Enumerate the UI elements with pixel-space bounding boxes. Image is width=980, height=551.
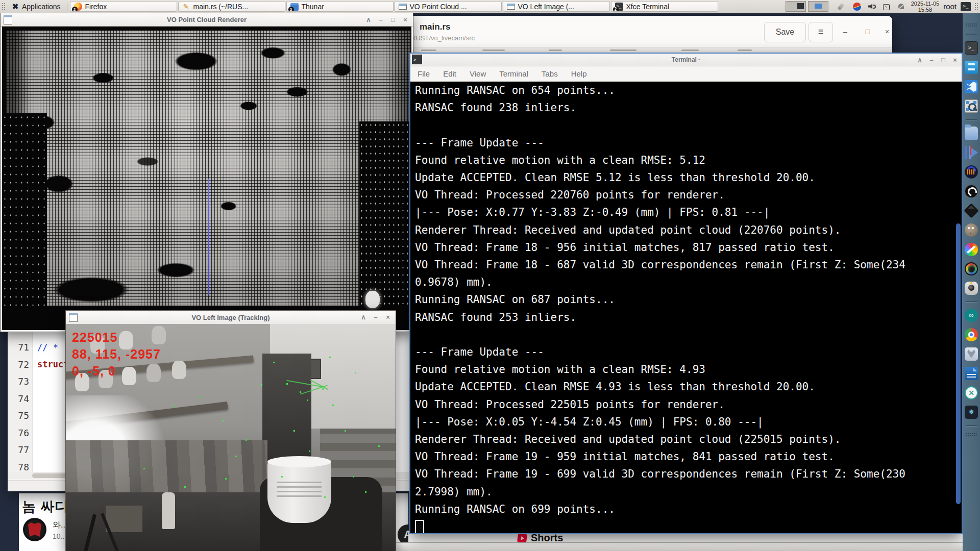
panel-grip[interactable] — [974, 3, 978, 11]
volume-tray-icon[interactable] — [867, 2, 876, 11]
terminal-line: 2.7998) mm). — [410, 483, 962, 500]
webcam-dock-icon[interactable] — [965, 282, 978, 295]
line-number: 77 — [8, 444, 33, 455]
line-number: 75 — [8, 410, 33, 421]
vscode-dock-icon[interactable] — [965, 80, 978, 93]
chrome-dock-icon[interactable] — [965, 328, 978, 341]
terminal-window: >_ Terminal - ∧ – □ × File Edit Vie — [409, 53, 963, 534]
taskbar-button-thunar[interactable]: 2 Thunar — [286, 1, 394, 12]
taskbar-button-mainrs[interactable]: ✎ main.rs (~/RUS... — [178, 1, 285, 12]
menu-button[interactable]: ≡ — [808, 22, 833, 42]
dock-separator[interactable] — [966, 119, 977, 120]
terminal-line: VO Thread: Frame 18 - 956 initial matche… — [410, 239, 962, 256]
korean-ime-tray-icon[interactable] — [852, 2, 862, 11]
minimize-button[interactable]: – — [839, 26, 852, 37]
browser-bottom-strip — [395, 542, 980, 551]
dock-separator[interactable] — [966, 301, 977, 303]
obs-dock-icon[interactable] — [965, 185, 978, 198]
terminal-line: Running RANSAC on 654 points... — [410, 82, 962, 99]
task-icon: 2 — [74, 3, 82, 11]
overlay-line: 225015 — [72, 329, 161, 346]
file-manager-dock-icon[interactable] — [965, 61, 978, 74]
editor-title: main.rs — [420, 22, 450, 32]
snowflake-app-dock-icon[interactable]: ❄ — [965, 406, 978, 419]
libreoffice-writer-dock-icon[interactable] — [965, 367, 978, 380]
pointcloud-viewport[interactable] — [2, 27, 411, 330]
taskbar-button-leftimage[interactable]: VO Left Image (... — [503, 1, 610, 12]
clock[interactable]: 2025-11-05 15:58 — [911, 1, 939, 13]
terminal-titlebar[interactable]: >_ Terminal - ∧ – □ × — [410, 54, 962, 66]
taskbar-button-firefox[interactable]: 2 Firefox — [70, 1, 177, 12]
arduino-dock-icon[interactable]: ∞ — [965, 309, 978, 322]
screenshot-tool-dock-icon[interactable] — [965, 99, 978, 113]
pointcloud-right-region — [359, 121, 411, 311]
panel-grip[interactable] — [2, 3, 6, 11]
leftimage-titlebar[interactable]: VO Left Image (Tracking) ∧ – × — [66, 311, 396, 324]
channel-avatar[interactable] — [23, 518, 46, 541]
close-button[interactable]: × — [880, 26, 894, 37]
task-icon: ✎ — [182, 3, 190, 11]
terminal-line: VO Thread: Frame 19 - 959 initial matche… — [410, 448, 962, 465]
line-number: 71 — [8, 342, 33, 353]
shade-button[interactable]: ∧ — [916, 56, 923, 64]
notifications-tray-icon[interactable] — [897, 2, 906, 11]
pointcloud-left-region — [2, 113, 47, 312]
window-icon — [69, 313, 78, 322]
maximize-button[interactable]: □ — [389, 16, 397, 23]
terminal-menu-item[interactable]: Terminal — [499, 69, 528, 78]
dock-separator[interactable] — [966, 425, 977, 427]
terminal-menu-item[interactable]: Help — [571, 69, 587, 78]
pointcloud-titlebar[interactable]: VO Point Cloud Renderer ∧ – □ × — [1, 13, 413, 27]
camera-bottle — [162, 492, 175, 529]
close-button[interactable]: × — [384, 313, 391, 321]
gimp-dock-icon[interactable] — [965, 223, 978, 237]
dock-grip[interactable] — [966, 433, 977, 437]
minimize-button[interactable]: – — [372, 313, 379, 321]
terminal-menu-item[interactable]: View — [470, 69, 486, 78]
battery-tray-icon[interactable]: ϟ — [882, 2, 891, 11]
task-icon: >_ 2 — [615, 3, 623, 11]
shade-button[interactable]: ∧ — [360, 313, 367, 321]
krita-dock-icon[interactable] — [965, 243, 978, 256]
tracking-feature-dots — [173, 406, 175, 407]
pager-folder-thumbnail[interactable] — [808, 1, 828, 12]
terminal-launcher-icon[interactable]: >_ — [961, 2, 971, 11]
terminal-menu-item[interactable]: Tabs — [542, 69, 558, 78]
close-button[interactable]: × — [951, 56, 959, 64]
minimize-button[interactable]: – — [377, 16, 384, 23]
taskbar-button-terminal[interactable]: >_ 2 Xfce Terminal — [611, 1, 718, 12]
dock-panel: >_ ∞ — [963, 13, 980, 551]
terminal-menu-item[interactable]: Edit — [443, 69, 456, 78]
terminal-line: Running RANSAC on 699 points... — [410, 500, 962, 518]
terminal-dock-icon[interactable]: >_ — [965, 41, 978, 55]
terminal-line: |--- Pose: X:0.05 Y:-4.54 Z:0.45 (mm) | … — [410, 413, 962, 431]
wolf-app-dock-icon[interactable] — [965, 347, 978, 361]
dock-separator[interactable] — [966, 34, 977, 35]
folder-dock-icon[interactable] — [965, 127, 978, 140]
overlay-line: 88, 115, -2957 — [72, 346, 161, 363]
leftimage-window-title: VO Left Image (Tracking) — [66, 314, 396, 321]
clock-time: 15:58 — [911, 7, 939, 13]
video-editor-dock-icon[interactable] — [965, 146, 978, 159]
terminal-scrollbar-thumb[interactable] — [956, 223, 961, 504]
save-button[interactable]: Save — [764, 22, 806, 42]
terminal-line: Renderer Thread: Received and updated po… — [410, 431, 962, 448]
inkscape-dock-icon[interactable] — [964, 203, 978, 218]
maximize-button[interactable]: □ — [861, 26, 874, 37]
minimize-button[interactable]: – — [928, 56, 935, 64]
camera-lens-dock-icon[interactable] — [965, 262, 978, 276]
pager-terminal-thumbnail[interactable] — [786, 1, 806, 12]
applications-menu-button[interactable]: ✖ Applications — [7, 0, 65, 13]
terminal-screen[interactable]: Running RANSAC on 654 points... RANSAC f… — [410, 82, 962, 533]
audacity-dock-icon[interactable] — [965, 165, 978, 179]
screenshot-tool-tray-icon[interactable] — [838, 2, 847, 11]
shade-button[interactable]: ∧ — [365, 16, 372, 23]
maximize-button[interactable]: □ — [940, 56, 947, 64]
terminal-menu-item[interactable]: File — [418, 69, 430, 78]
camera-image: 225015 88, 115, -2957 0, -5, 0 — [66, 324, 396, 551]
taskbar-button-pointcloud[interactable]: VO Point Cloud ... — [395, 1, 502, 12]
close-button[interactable]: × — [402, 16, 409, 23]
dock-grip[interactable] — [966, 23, 977, 28]
x-app-dock-icon[interactable]: ✕ — [965, 386, 978, 399]
taskbar: ✖ Applications 2 Firefox ✎ — [0, 0, 980, 13]
